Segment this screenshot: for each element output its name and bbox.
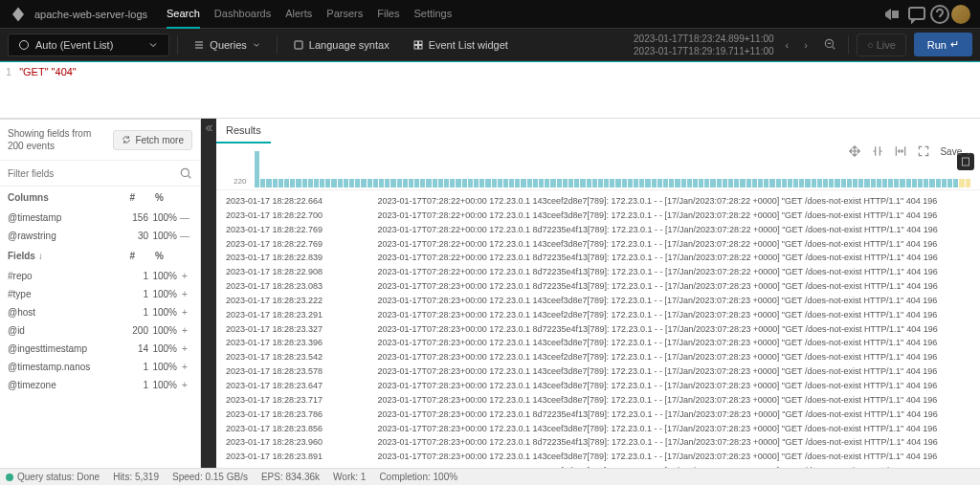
histogram-bar[interactable]	[799, 179, 804, 187]
nav-tab-dashboards[interactable]: Dashboards	[214, 0, 271, 29]
time-range-display[interactable]: 2023-01-17T18:23:24.899+11:00 2023-01-17…	[634, 33, 774, 57]
log-row[interactable]: 2023-01-17 18:28:22.769 2023-01-17T07:28…	[226, 223, 970, 237]
field-action[interactable]: +	[177, 325, 192, 336]
histogram-bar[interactable]	[812, 179, 816, 187]
histogram-bar[interactable]	[550, 179, 555, 187]
histogram-bar[interactable]	[858, 179, 863, 187]
histogram-bar[interactable]	[835, 179, 839, 187]
histogram-bar[interactable]	[379, 179, 384, 187]
histogram-bar[interactable]	[634, 179, 638, 187]
log-row[interactable]: 2023-01-17 18:28:23.327 2023-01-17T07:28…	[226, 322, 970, 337]
zoom-out-button[interactable]	[819, 33, 840, 56]
user-avatar[interactable]	[951, 5, 970, 24]
output-mode-select[interactable]: Auto (Event List)	[8, 33, 169, 56]
histogram-bar[interactable]	[882, 179, 887, 187]
histogram-bar[interactable]	[959, 179, 964, 187]
results-tab[interactable]: Results	[216, 119, 271, 143]
move-icon[interactable]	[848, 144, 861, 158]
histogram-bar[interactable]	[574, 179, 579, 187]
histogram-bar[interactable]	[409, 179, 413, 187]
histogram-bar[interactable]	[563, 179, 568, 187]
histogram-bar[interactable]	[557, 179, 562, 187]
field-row[interactable]: @ingesttimestamp14100%+	[0, 340, 200, 358]
nav-tab-settings[interactable]: Settings	[413, 0, 452, 29]
log-row[interactable]: 2023-01-17 18:28:23.222 2023-01-17T07:28…	[226, 294, 970, 308]
field-action[interactable]: +	[177, 362, 192, 372]
histogram-bar[interactable]	[710, 179, 715, 187]
histogram-bar[interactable]	[947, 179, 952, 187]
histogram-bar[interactable]	[273, 179, 278, 187]
histogram-bar[interactable]	[604, 179, 609, 187]
histogram-bar[interactable]	[385, 179, 390, 187]
field-row[interactable]: @id200100%+	[0, 321, 200, 340]
histogram-bar[interactable]	[509, 179, 514, 187]
histogram-bar[interactable]	[769, 179, 774, 187]
log-row[interactable]: 2023-01-17 18:28:23.291 2023-01-17T07:28…	[226, 308, 970, 322]
histogram-bar[interactable]	[628, 179, 633, 187]
histogram-bar[interactable]	[284, 179, 289, 187]
log-row[interactable]: 2023-01-17 18:28:23.786 2023-01-17T07:28…	[226, 408, 970, 422]
histogram-bar[interactable]	[485, 179, 490, 187]
histogram-bar[interactable]	[338, 179, 343, 187]
histogram-bar[interactable]	[503, 179, 508, 187]
histogram-bar[interactable]	[776, 179, 781, 187]
histogram-bar[interactable]	[479, 179, 484, 187]
histogram-bar[interactable]	[877, 179, 881, 187]
histogram-bar[interactable]	[266, 179, 271, 187]
histogram-bar[interactable]	[610, 179, 614, 187]
histogram-bar[interactable]	[492, 179, 497, 187]
nav-tab-parsers[interactable]: Parsers	[326, 0, 363, 29]
histogram-bar[interactable]	[302, 179, 307, 187]
histogram-bar[interactable]	[966, 179, 970, 187]
histogram-bar[interactable]	[587, 179, 591, 187]
log-row[interactable]: 2023-01-17 18:28:23.647 2023-01-17T07:28…	[226, 379, 970, 393]
histogram-bar[interactable]	[847, 179, 852, 187]
field-row[interactable]: @timestamp156100%—	[0, 209, 200, 227]
histogram-bar[interactable]	[681, 179, 686, 187]
histogram-bar[interactable]	[320, 179, 324, 187]
field-row[interactable]: #type1100%+	[0, 285, 200, 303]
field-action[interactable]: —	[177, 212, 192, 223]
histogram-bar[interactable]	[598, 179, 603, 187]
histogram-bar[interactable]	[728, 179, 733, 187]
histogram-bar[interactable]	[924, 179, 928, 187]
log-row[interactable]: 2023-01-17 18:28:23.960 2023-01-17T07:28…	[226, 464, 970, 468]
histogram-bar[interactable]	[474, 179, 479, 187]
histogram-bar[interactable]	[539, 179, 544, 187]
histogram-bar[interactable]	[444, 179, 449, 187]
chat-icon[interactable]	[905, 3, 928, 26]
save-button[interactable]: Save ⌄	[940, 146, 972, 157]
event-list-widget-button[interactable]: Event List widget	[405, 34, 516, 55]
fetch-more-button[interactable]: Fetch more	[113, 130, 192, 150]
histogram-bar[interactable]	[438, 179, 443, 187]
histogram-bar[interactable]	[829, 179, 834, 187]
histogram-bar[interactable]	[871, 179, 876, 187]
field-row[interactable]: @timezone1100%+	[0, 376, 200, 394]
histogram-bar[interactable]	[420, 179, 425, 187]
time-prev-button[interactable]: ‹	[782, 35, 793, 55]
histogram-bar[interactable]	[568, 179, 573, 187]
histogram-bar[interactable]	[645, 179, 650, 187]
histogram-bar[interactable]	[314, 179, 319, 187]
nav-tab-search[interactable]: Search	[167, 0, 200, 29]
histogram-bar[interactable]	[900, 179, 904, 187]
histogram-bar[interactable]	[717, 179, 722, 187]
histogram-bar[interactable]	[331, 179, 336, 187]
histogram-bar[interactable]	[462, 179, 467, 187]
histogram-bar[interactable]	[817, 179, 822, 187]
histogram-bar[interactable]	[426, 179, 431, 187]
histogram-bar[interactable]	[615, 179, 620, 187]
log-row[interactable]: 2023-01-17 18:28:22.664 2023-01-17T07:28…	[226, 194, 970, 209]
histogram-bar[interactable]	[622, 179, 627, 187]
nav-tab-files[interactable]: Files	[377, 0, 399, 29]
log-row[interactable]: 2023-01-17 18:28:22.700 2023-01-17T07:28…	[226, 209, 970, 223]
language-syntax-button[interactable]: Language syntax	[285, 34, 397, 55]
histogram-bar[interactable]	[433, 179, 437, 187]
log-row[interactable]: 2023-01-17 18:28:23.578 2023-01-17T07:28…	[226, 364, 970, 379]
nav-tab-alerts[interactable]: Alerts	[285, 0, 312, 29]
histogram-bar[interactable]	[368, 179, 372, 187]
fullscreen-icon[interactable]	[917, 144, 930, 158]
log-row[interactable]: 2023-01-17 18:28:23.396 2023-01-17T07:28…	[226, 336, 970, 350]
time-next-button[interactable]: ›	[800, 35, 812, 55]
histogram-bar[interactable]	[390, 179, 395, 187]
